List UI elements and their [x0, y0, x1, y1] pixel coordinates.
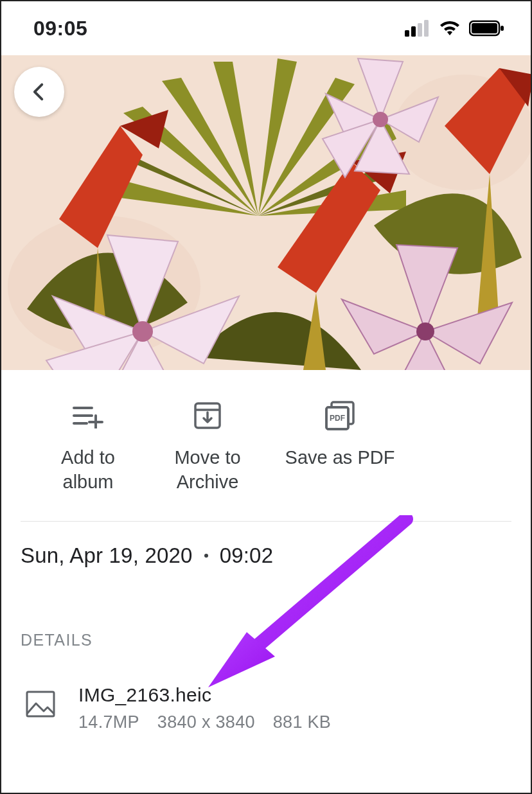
file-name: IMG_2163.heic — [78, 684, 331, 706]
file-details-row[interactable]: IMG_2163.heic 14.7MP 3840 x 3840 881 KB — [1, 649, 531, 745]
status-time: 09:05 — [33, 17, 87, 40]
details-sheet: Add to album Move to Archive — [1, 370, 531, 745]
add-to-album-button[interactable]: Add to album — [40, 398, 136, 494]
photo-time: 09:02 — [220, 543, 274, 568]
file-size: 881 KB — [273, 712, 331, 732]
app-frame: 09:05 — [0, 0, 532, 794]
photo-illustration — [1, 55, 531, 370]
details-section-label: DETAILS — [1, 574, 531, 649]
back-button[interactable] — [14, 67, 64, 117]
add-to-album-icon — [73, 403, 103, 428]
add-to-album-label: Add to album — [40, 446, 136, 494]
battery-icon — [469, 20, 505, 37]
dot-separator — [204, 554, 208, 558]
save-as-pdf-button[interactable]: PDF Save as PDF — [279, 398, 401, 494]
svg-point-10 — [373, 112, 388, 127]
chevron-left-icon — [28, 80, 50, 104]
photo-preview[interactable] — [1, 55, 531, 370]
image-file-icon — [24, 688, 57, 720]
status-bar: 09:05 — [1, 1, 531, 55]
file-text: IMG_2163.heic 14.7MP 3840 x 3840 881 KB — [78, 684, 331, 732]
svg-rect-24 — [27, 692, 54, 716]
action-row: Add to album Move to Archive — [1, 387, 531, 516]
save-as-pdf-label: Save as PDF — [285, 446, 395, 470]
svg-point-11 — [132, 321, 153, 342]
svg-rect-0 — [405, 30, 409, 37]
photo-date: Sun, Apr 19, 2020 — [21, 543, 193, 568]
svg-rect-5 — [472, 23, 497, 33]
cellular-icon — [405, 20, 430, 37]
svg-rect-2 — [418, 23, 422, 37]
move-to-archive-button[interactable]: Move to Archive — [159, 398, 256, 494]
svg-rect-1 — [411, 26, 416, 37]
archive-icon — [193, 401, 222, 430]
svg-rect-6 — [501, 26, 504, 31]
photo-datetime[interactable]: Sun, Apr 19, 2020 09:02 — [1, 522, 531, 574]
file-dimensions: 3840 x 3840 — [157, 712, 255, 732]
wifi-icon — [438, 20, 461, 37]
status-icons — [405, 20, 505, 37]
file-meta: 14.7MP 3840 x 3840 881 KB — [78, 712, 331, 732]
pdf-icon: PDF — [324, 400, 356, 432]
move-to-archive-label: Move to Archive — [159, 446, 256, 494]
file-megapixels: 14.7MP — [78, 712, 139, 732]
svg-rect-3 — [424, 20, 429, 37]
svg-point-12 — [416, 322, 434, 340]
svg-text:PDF: PDF — [330, 414, 345, 423]
